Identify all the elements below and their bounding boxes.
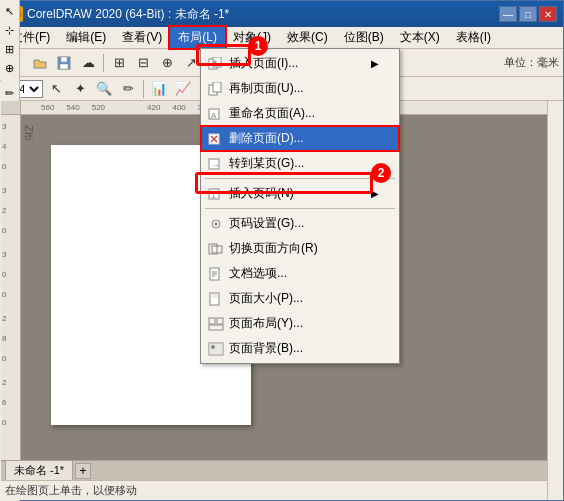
close-button[interactable]: ✕ <box>539 6 557 22</box>
rename-page-icon: A <box>207 106 225 122</box>
menu-item-doc-options[interactable]: 文档选项... <box>201 261 399 286</box>
arrow-tool[interactable]: ↖ <box>45 78 67 100</box>
page-bg-icon <box>207 341 225 357</box>
vertical-ruler: 340 320 300 280 260 <box>1 115 21 460</box>
maximize-button[interactable]: □ <box>519 6 537 22</box>
menu-object[interactable]: 对象(J) <box>225 27 279 48</box>
freehand-tool[interactable]: ✏ <box>117 78 139 100</box>
chart-tool[interactable]: 📊 <box>148 78 170 100</box>
shape-tool[interactable]: ✦ <box>69 78 91 100</box>
tb-extra3[interactable]: ⊕ <box>156 52 178 74</box>
doc-options-icon <box>207 266 225 282</box>
menu-item-duplicate-page[interactable]: 再制页面(U)... <box>201 76 399 101</box>
tb-extra4[interactable]: ↗ <box>180 52 202 74</box>
page-tab-1[interactable]: 未命名 -1* <box>5 460 73 480</box>
svg-rect-3 <box>61 57 67 62</box>
tab-bar: 未命名 -1* + <box>1 460 547 480</box>
menu-item-insert-page[interactable]: 插入页面(I)... ▶ <box>201 51 399 76</box>
svg-text:1: 1 <box>211 190 216 200</box>
zoom-tool[interactable]: 🔍 <box>93 78 115 100</box>
minimize-button[interactable]: — <box>499 6 517 22</box>
add-page-button[interactable]: + <box>75 463 91 479</box>
svg-rect-31 <box>209 325 223 330</box>
submenu-arrow: ▶ <box>371 58 379 69</box>
menu-bitmap[interactable]: 位图(B) <box>336 27 392 48</box>
menu-text[interactable]: 文本(X) <box>392 27 448 48</box>
menu-bar: 文件(F) 编辑(E) 查看(V) 布局(L) 对象(J) 效果(C) 位图(B… <box>1 27 563 49</box>
unit-label: 单位：毫米 <box>504 55 559 70</box>
orientation-icon <box>207 241 225 257</box>
svg-point-34 <box>211 345 215 349</box>
sep4 <box>143 80 144 98</box>
menu-item-page-background[interactable]: 页面背景(B)... <box>201 336 399 361</box>
svg-point-21 <box>215 222 218 225</box>
svg-text:→: → <box>211 160 220 170</box>
page-size-icon <box>207 291 225 307</box>
menu-item-page-layout[interactable]: 页面布局(Y)... <box>201 311 399 336</box>
svg-rect-30 <box>217 318 223 324</box>
page-settings-icon <box>207 216 225 232</box>
menu-item-insert-pagenum[interactable]: 1 插入页码(N) ▶ <box>201 181 399 206</box>
tb-extra1[interactable]: ⊞ <box>108 52 130 74</box>
svg-text:A: A <box>211 111 217 120</box>
menu-table[interactable]: 表格(I) <box>448 27 499 48</box>
menu-layout[interactable]: 布局(L) <box>170 27 225 48</box>
title-bar: CorelDRAW 2020 (64-Bit) : 未命名 -1* — □ ✕ <box>1 1 563 27</box>
delete-page-icon <box>207 131 225 147</box>
tb-extra2[interactable]: ⊟ <box>132 52 154 74</box>
menu-edit[interactable]: 编辑(E) <box>58 27 114 48</box>
status-bar: 在绘图页上单击，以便移动 <box>1 480 547 500</box>
ruler-corner <box>1 101 21 115</box>
svg-rect-4 <box>60 64 68 69</box>
menu-item-goto-page[interactable]: → 转到某页(G)... <box>201 151 399 176</box>
right-scrollbar[interactable] <box>547 101 563 500</box>
svg-rect-33 <box>209 343 223 355</box>
window-controls: — □ ✕ <box>499 6 557 22</box>
svg-rect-29 <box>209 318 215 324</box>
save-button[interactable] <box>53 52 75 74</box>
menu-item-page-settings[interactable]: 页码设置(G)... <box>201 211 399 236</box>
insert-page-icon <box>207 56 225 72</box>
menu-item-delete-page[interactable]: 删除页面(D)... <box>201 126 399 151</box>
sep1 <box>103 54 104 72</box>
open-file-button[interactable] <box>29 52 51 74</box>
separator-1 <box>205 178 395 179</box>
status-text: 在绘图页上单击，以便移动 <box>5 483 137 498</box>
menu-item-rename-page[interactable]: A 重命名页面(A)... <box>201 101 399 126</box>
menu-item-page-size[interactable]: 页面大小(P)... <box>201 286 399 311</box>
menu-view[interactable]: 查看(V) <box>114 27 170 48</box>
cloud-button[interactable]: ☁ <box>77 52 99 74</box>
menu-effects[interactable]: 效果(C) <box>279 27 336 48</box>
insert-pagenum-icon: 1 <box>207 186 225 202</box>
window-title: CorelDRAW 2020 (64-Bit) : 未命名 -1* <box>27 6 499 23</box>
chart2-tool[interactable]: 📈 <box>172 78 194 100</box>
zoom-label: ZIti <box>23 125 35 140</box>
svg-rect-10 <box>213 82 221 92</box>
duplicate-page-icon <box>207 81 225 97</box>
app-window: CorelDRAW 2020 (64-Bit) : 未命名 -1* — □ ✕ … <box>0 0 564 501</box>
menu-item-orientation[interactable]: 切换页面方向(R) <box>201 236 399 261</box>
submenu-arrow2: ▶ <box>371 188 379 199</box>
ruler-marks: 560 540 520 420 400 380 <box>41 103 211 112</box>
layout-dropdown-menu: 插入页面(I)... ▶ 再制页面(U)... A 重命名页面(A)... 删除… <box>200 48 400 364</box>
page-layout-icon <box>207 316 225 332</box>
goto-page-icon: → <box>207 156 225 172</box>
separator-2 <box>205 208 395 209</box>
